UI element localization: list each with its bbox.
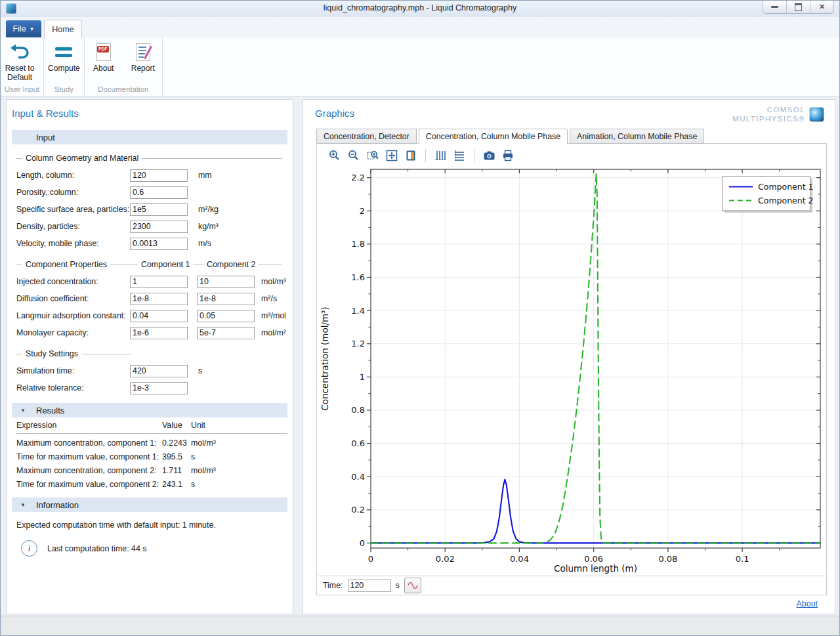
langmuir-constant-c2-input[interactable] <box>197 310 255 322</box>
results-section-header[interactable]: ▼ Results <box>12 403 287 417</box>
form-row-porosity-column: Porosity, column: <box>7 184 293 201</box>
undo-arrow-icon <box>9 40 30 64</box>
graphics-tab-bar: Concentration, Detector Concentration, C… <box>316 129 706 144</box>
svg-text:1.6: 1.6 <box>351 272 365 282</box>
injected-concentration-c1-input[interactable] <box>130 276 188 288</box>
information-section-header[interactable]: ▼ Information <box>12 498 287 512</box>
geometry-fieldset-legend: Column Geometry and Material <box>16 150 287 167</box>
time-plot-button[interactable] <box>404 578 421 593</box>
length-column-input[interactable] <box>130 169 188 182</box>
chart-svg[interactable]: 00.020.040.060.080.100.20.40.60.811.21.4… <box>318 167 826 574</box>
porosity-column-input[interactable] <box>130 186 188 199</box>
minimize-button[interactable] <box>763 1 787 13</box>
svg-text:0.02: 0.02 <box>436 554 455 564</box>
velocity-mobile-phase-input[interactable] <box>130 238 188 250</box>
relative-tolerance-input[interactable] <box>130 382 188 394</box>
svg-text:Concentration (mol/m³): Concentration (mol/m³) <box>320 307 330 411</box>
langmuir-constant-c1-input[interactable] <box>130 310 188 322</box>
svg-text:0.04: 0.04 <box>510 554 529 564</box>
minimize-icon <box>771 6 778 8</box>
tab-animation-column-mobile-phase[interactable]: Animation, Column Mobile Phase <box>570 129 704 144</box>
results-table-header: Expression Value Unit <box>16 417 293 433</box>
input-section-header[interactable]: Input <box>12 130 287 144</box>
last-computation-time-text: Last computation time: 44 s <box>47 544 147 553</box>
graphics-panel-title: Graphics <box>315 108 354 119</box>
svg-text:0.1: 0.1 <box>736 554 749 564</box>
graphics-tab-content: 00.020.040.060.080.100.20.40.60.811.21.4… <box>316 143 827 595</box>
svg-text:0: 0 <box>368 554 373 564</box>
collapse-arrow-icon: ▼ <box>12 502 36 508</box>
form-row-diffusion-coefficient: Diffusion coefficient: m²/s <box>7 290 293 307</box>
tab-home[interactable]: Home <box>44 20 82 39</box>
ribbon-group-user-input: Reset to Default User Input <box>1 37 44 96</box>
form-row-monolayer-capacity: Monolayer capacity: mol/m² <box>7 324 293 341</box>
monolayer-capacity-c1-input[interactable] <box>130 327 188 339</box>
svg-text:Component 2: Component 2 <box>758 196 814 205</box>
table-row: Time for maximum value, component 1:395.… <box>16 450 293 463</box>
ribbon-tab-strip <box>1 17 839 37</box>
svg-text:0.2: 0.2 <box>351 505 365 515</box>
table-row: Time for maximum value, component 2:243.… <box>16 477 293 491</box>
left-panel-title: Input & Results <box>12 108 79 119</box>
compute-button[interactable]: Compute <box>48 40 80 73</box>
about-link[interactable]: About <box>797 599 818 608</box>
report-button[interactable]: Report <box>128 40 158 73</box>
form-row-density-particles: Density, particles: kg/m³ <box>7 218 293 235</box>
status-bar <box>1 616 839 635</box>
window-title: liquid_chromatography.mph - Liquid Chrom… <box>1 3 839 12</box>
svg-text:0.6: 0.6 <box>351 438 365 448</box>
diffusion-coefficient-c1-input[interactable] <box>130 293 188 305</box>
specific-surface-area-input[interactable] <box>130 203 188 216</box>
maximize-icon <box>795 3 802 11</box>
svg-text:2.2: 2.2 <box>351 173 365 182</box>
toolbar-separator <box>474 149 474 162</box>
plot-area[interactable]: 00.020.040.060.080.100.20.40.60.811.21.4… <box>318 167 826 576</box>
zoom-extents-icon[interactable] <box>385 148 399 163</box>
zoom-out-icon[interactable] <box>346 148 361 163</box>
x-axis-grid-icon[interactable] <box>433 148 448 163</box>
reset-to-default-button[interactable]: Reset to Default <box>5 40 35 83</box>
form-row-specific-surface-area: Specific surface area, particles: m²/kg <box>7 201 293 218</box>
tab-concentration-column-mobile-phase[interactable]: Concentration, Column Mobile Phase <box>419 129 568 144</box>
ribbon-group-documentation: PDF About Report <box>85 37 163 96</box>
toolbar-separator <box>425 149 426 162</box>
diffusion-coefficient-c2-input[interactable] <box>197 293 255 305</box>
zoom-in-icon[interactable] <box>327 148 342 163</box>
camera-icon[interactable] <box>482 148 496 163</box>
svg-text:0.08: 0.08 <box>658 554 677 564</box>
simulation-time-input[interactable] <box>130 365 188 377</box>
svg-text:0.4: 0.4 <box>351 472 365 482</box>
svg-text:0: 0 <box>360 538 365 548</box>
tab-concentration-detector[interactable]: Concentration, Detector <box>316 129 417 144</box>
monolayer-capacity-c2-input[interactable] <box>197 327 255 339</box>
input-results-panel: Input & Results Input Column Geometry an… <box>6 99 293 614</box>
maximize-button[interactable] <box>787 1 810 13</box>
svg-text:1.8: 1.8 <box>351 239 365 249</box>
time-input[interactable] <box>348 580 391 592</box>
comsol-logo: COMSOL MULTIPHYSICS® <box>732 105 824 124</box>
results-table: Expression Value Unit <box>7 417 293 433</box>
ribbon-group-study: Compute Study <box>44 37 85 96</box>
file-label: File <box>12 24 26 33</box>
density-particles-input[interactable] <box>130 221 188 233</box>
chevron-down-icon: ▼ <box>30 26 35 32</box>
about-button[interactable]: PDF About <box>89 40 119 73</box>
close-button[interactable]: ✕ <box>810 1 833 13</box>
form-row-simulation-time: Simulation time: s <box>7 362 293 379</box>
injected-concentration-c2-input[interactable] <box>197 276 255 288</box>
time-label: Time: <box>323 581 343 590</box>
table-row: Maximum concentration, component 1:0.224… <box>16 436 293 450</box>
components-fieldset-legend: Component Properties Component 1 Compone… <box>16 256 287 273</box>
file-menu-button[interactable]: File ▼ <box>6 20 41 37</box>
print-icon[interactable] <box>501 148 515 163</box>
compute-equals-icon <box>55 40 72 64</box>
svg-text:1.4: 1.4 <box>351 306 365 316</box>
svg-text:1: 1 <box>360 372 365 382</box>
form-row-relative-tolerance: Relative tolerance: <box>7 379 293 396</box>
zoom-box-icon[interactable] <box>366 148 380 163</box>
title-bar: liquid_chromatography.mph - Liquid Chrom… <box>1 1 839 18</box>
y-axis-grid-icon[interactable] <box>452 148 467 163</box>
time-unit: s <box>396 581 400 590</box>
image-snapshot-icon[interactable] <box>404 148 418 163</box>
ribbon-group-label-study: Study <box>48 83 80 96</box>
